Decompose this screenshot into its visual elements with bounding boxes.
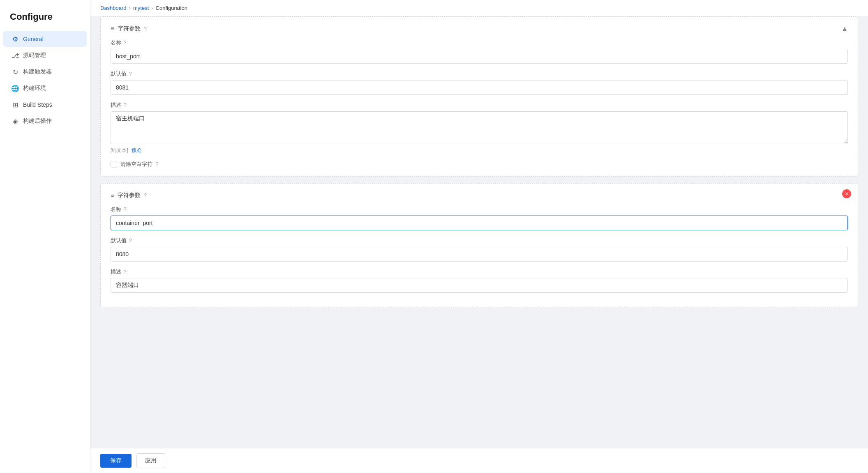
apply-button[interactable]: 应用 <box>136 453 165 468</box>
card1-default-label: 默认值 <box>111 70 127 78</box>
card2-default-help[interactable]: ? <box>129 238 132 243</box>
sidebar-item-label: 构建触发器 <box>23 68 52 76</box>
steps-icon: ⊞ <box>12 101 19 108</box>
main-content: Dashboard › mytest › Configuration ≡ 字符参… <box>90 0 868 473</box>
card2-desc-help[interactable]: ? <box>124 269 127 275</box>
card1-desc-group: 描述 ? 宿主机端口 [纯文本] 预览 <box>111 101 848 154</box>
sidebar-item-steps[interactable]: ⊞ Build Steps <box>3 97 87 113</box>
card1-help-icon[interactable]: ? <box>144 26 147 32</box>
card2-desc-label: 描述 <box>111 268 121 276</box>
sidebar-item-post[interactable]: ◈ 构建后操作 <box>3 113 87 129</box>
sidebar-title: Configure <box>0 0 90 30</box>
post-icon: ◈ <box>12 117 19 125</box>
card2-name-label: 名称 <box>111 206 121 213</box>
card1-textarea-toolbar: [纯文本] 预览 <box>111 147 848 154</box>
sidebar-item-label: 构建环境 <box>23 85 46 92</box>
card2-header: ≡ 字符参数 ? <box>111 192 848 199</box>
footer-bar: 保存 应用 <box>90 448 868 473</box>
card2-help-icon[interactable]: ? <box>144 193 147 198</box>
card2-name-group: 名称 ? <box>111 206 848 230</box>
source-icon: ⎇ <box>12 52 19 59</box>
card1-title: 字符参数 <box>118 25 141 32</box>
breadcrumb-current: Configuration <box>156 5 187 11</box>
card1-default-group: 默认值 ? <box>111 70 848 95</box>
card1-trim-label: 清除空白字符 <box>120 161 152 168</box>
sidebar: Configure ⚙ General ⎇ 源码管理 ↻ 构建触发器 🌐 构建环… <box>0 0 90 473</box>
sidebar-item-env[interactable]: 🌐 构建环境 <box>3 80 87 96</box>
breadcrumb-mytest[interactable]: mytest <box>133 5 149 11</box>
card2-desc-group: 描述 ? <box>111 268 848 293</box>
breadcrumb: Dashboard › mytest › Configuration <box>90 0 868 16</box>
card2-title: 字符参数 <box>118 192 141 199</box>
card1-trim-help[interactable]: ? <box>156 161 159 167</box>
card1-collapse-btn[interactable]: ▲ <box>841 25 848 32</box>
param-card-1: ≡ 字符参数 ? ▲ 名称 ? 默认值 ? <box>100 16 858 177</box>
sidebar-item-trigger[interactable]: ↻ 构建触发器 <box>3 64 87 80</box>
sidebar-item-label: 源码管理 <box>23 52 46 59</box>
card2-name-input[interactable] <box>111 216 848 230</box>
card1-header-icon: ≡ <box>111 25 114 32</box>
card1-trim-checkbox[interactable] <box>111 161 117 168</box>
card2-default-label: 默认值 <box>111 237 127 244</box>
sidebar-item-label: General <box>23 36 44 42</box>
card1-header: ≡ 字符参数 ? ▲ <box>111 25 848 32</box>
breadcrumb-dashboard[interactable]: Dashboard <box>100 5 127 11</box>
card1-name-label: 名称 <box>111 39 121 46</box>
breadcrumb-sep-2: › <box>151 5 153 11</box>
card1-desc-help[interactable]: ? <box>124 102 127 108</box>
card2-desc-label-row: 描述 ? <box>111 268 848 276</box>
env-icon: 🌐 <box>12 85 19 92</box>
card2-default-label-row: 默认值 ? <box>111 237 848 244</box>
card2-name-help[interactable]: ? <box>124 207 127 212</box>
card1-default-input[interactable] <box>111 80 848 95</box>
card1-trim-row: 清除空白字符 ? <box>111 161 848 168</box>
card1-preview-link[interactable]: 预览 <box>132 147 141 154</box>
card1-default-help[interactable]: ? <box>129 71 132 77</box>
card2-header-icon: ≡ <box>111 192 114 199</box>
card2-name-label-row: 名称 ? <box>111 206 848 213</box>
breadcrumb-sep-1: › <box>129 5 131 11</box>
trigger-icon: ↻ <box>12 68 19 76</box>
card2-default-group: 默认值 ? <box>111 237 848 262</box>
sidebar-item-general[interactable]: ⚙ General <box>3 31 87 47</box>
card1-default-label-row: 默认值 ? <box>111 70 848 78</box>
card1-name-group: 名称 ? <box>111 39 848 64</box>
card1-desc-label: 描述 <box>111 101 121 109</box>
card1-name-label-row: 名称 ? <box>111 39 848 46</box>
card1-plain-text: [纯文本] <box>111 147 128 154</box>
content-area: ≡ 字符参数 ? ▲ 名称 ? 默认值 ? <box>90 16 868 473</box>
card2-desc-input[interactable] <box>111 278 848 293</box>
sidebar-item-label: 构建后操作 <box>23 117 52 125</box>
card1-desc-textarea[interactable]: 宿主机端口 <box>111 111 848 144</box>
save-button[interactable]: 保存 <box>100 454 132 468</box>
card1-name-help[interactable]: ? <box>124 40 127 46</box>
param-card-2: ≡ 字符参数 ? × 名称 ? 默认值 ? <box>100 183 858 308</box>
sidebar-item-source[interactable]: ⎇ 源码管理 <box>3 48 87 63</box>
sidebar-item-label: Build Steps <box>23 101 52 108</box>
general-icon: ⚙ <box>12 35 19 43</box>
card1-desc-label-row: 描述 ? <box>111 101 848 109</box>
card2-default-input[interactable] <box>111 247 848 262</box>
card2-close-btn[interactable]: × <box>842 189 851 198</box>
card1-name-input[interactable] <box>111 49 848 64</box>
